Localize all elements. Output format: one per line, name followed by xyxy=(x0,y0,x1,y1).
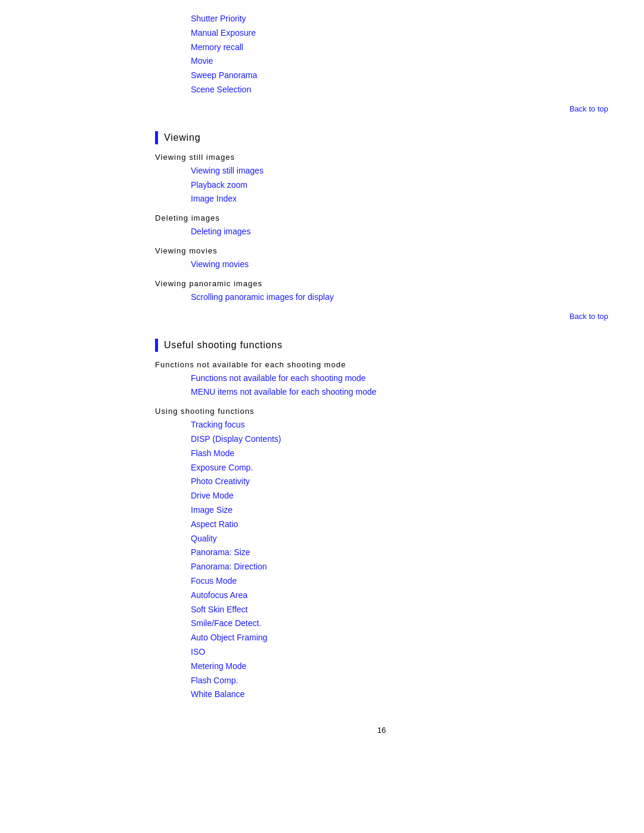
back-to-top-1[interactable]: Back to top xyxy=(155,104,608,113)
link-auto-object-framing[interactable]: Auto Object Framing xyxy=(191,631,608,645)
link-menu-items-not-available[interactable]: MENU items not available for each shooti… xyxy=(191,385,608,400)
functions-not-available-links: Functions not available for each shootin… xyxy=(155,371,608,400)
page-number: 16 xyxy=(155,726,608,735)
using-shooting-functions-links: Tracking focus DISP (Display Contents) F… xyxy=(155,418,608,702)
viewing-panoramic-label: Viewing panoramic images xyxy=(155,279,608,288)
useful-shooting-bar xyxy=(155,339,158,352)
deleting-images-label: Deleting images xyxy=(155,213,608,222)
viewing-bar xyxy=(155,131,158,144)
viewing-panoramic-subsection: Viewing panoramic images Scrolling panor… xyxy=(155,279,608,305)
link-memory-recall[interactable]: Memory recall xyxy=(191,41,608,55)
link-tracking-focus[interactable]: Tracking focus xyxy=(191,418,608,432)
link-smile-face-detect[interactable]: Smile/Face Detect. xyxy=(191,617,608,631)
link-focus-mode[interactable]: Focus Mode xyxy=(191,574,608,589)
viewing-still-subsection: Viewing still images Viewing still image… xyxy=(155,153,608,206)
deleting-images-subsection: Deleting images Deleting images xyxy=(155,213,608,239)
link-disp-display-contents[interactable]: DISP (Display Contents) xyxy=(191,432,608,447)
link-panorama-size[interactable]: Panorama: Size xyxy=(191,546,608,560)
link-photo-creativity[interactable]: Photo Creativity xyxy=(191,475,608,489)
link-viewing-movies[interactable]: Viewing movies xyxy=(191,258,608,272)
link-flash-mode[interactable]: Flash Mode xyxy=(191,447,608,461)
viewing-movies-label: Viewing movies xyxy=(155,246,608,255)
useful-shooting-section: Useful shooting functions Functions not … xyxy=(155,339,608,702)
link-white-balance[interactable]: White Balance xyxy=(191,688,608,702)
viewing-panoramic-links: Scrolling panoramic images for display xyxy=(155,290,608,305)
link-flash-comp[interactable]: Flash Comp. xyxy=(191,674,608,688)
useful-shooting-title: Useful shooting functions xyxy=(164,340,283,351)
link-scrolling-panoramic[interactable]: Scrolling panoramic images for display xyxy=(191,290,608,305)
link-image-size[interactable]: Image Size xyxy=(191,503,608,518)
link-iso[interactable]: ISO xyxy=(191,645,608,659)
using-shooting-functions-subsection: Using shooting functions Tracking focus … xyxy=(155,407,608,702)
link-autofocus-area[interactable]: Autofocus Area xyxy=(191,589,608,603)
viewing-section: Viewing Viewing still images Viewing sti… xyxy=(155,131,608,305)
deleting-images-links: Deleting images xyxy=(155,225,608,239)
link-image-index[interactable]: Image Index xyxy=(191,192,608,206)
link-movie[interactable]: Movie xyxy=(191,54,608,69)
link-viewing-still-images[interactable]: Viewing still images xyxy=(191,164,608,178)
link-manual-exposure[interactable]: Manual Exposure xyxy=(191,26,608,41)
using-shooting-functions-label: Using shooting functions xyxy=(155,407,608,416)
link-shutter-priority[interactable]: Shutter Priority xyxy=(191,12,608,26)
viewing-still-label: Viewing still images xyxy=(155,153,608,162)
link-panorama-direction[interactable]: Panorama: Direction xyxy=(191,560,608,574)
link-metering-mode[interactable]: Metering Mode xyxy=(191,659,608,674)
link-exposure-comp[interactable]: Exposure Comp. xyxy=(191,461,608,475)
link-drive-mode[interactable]: Drive Mode xyxy=(191,489,608,503)
link-soft-skin-effect[interactable]: Soft Skin Effect xyxy=(191,603,608,617)
top-links-indent: Shutter Priority Manual Exposure Memory … xyxy=(155,12,608,97)
useful-shooting-header: Useful shooting functions xyxy=(155,339,608,352)
viewing-title: Viewing xyxy=(164,132,200,143)
page-content: Shutter Priority Manual Exposure Memory … xyxy=(0,0,644,770)
back-to-top-2[interactable]: Back to top xyxy=(155,312,608,321)
viewing-header: Viewing xyxy=(155,131,608,144)
link-sweep-panorama[interactable]: Sweep Panorama xyxy=(191,69,608,83)
top-links-section: Shutter Priority Manual Exposure Memory … xyxy=(155,12,608,97)
link-functions-not-available[interactable]: Functions not available for each shootin… xyxy=(191,371,608,386)
link-aspect-ratio[interactable]: Aspect Ratio xyxy=(191,518,608,532)
link-playback-zoom[interactable]: Playback zoom xyxy=(191,178,608,193)
functions-not-available-label: Functions not available for each shootin… xyxy=(155,360,608,369)
functions-not-available-subsection: Functions not available for each shootin… xyxy=(155,360,608,400)
viewing-movies-subsection: Viewing movies Viewing movies xyxy=(155,246,608,272)
viewing-still-links: Viewing still images Playback zoom Image… xyxy=(155,164,608,206)
viewing-movies-links: Viewing movies xyxy=(155,258,608,272)
link-quality[interactable]: Quality xyxy=(191,532,608,546)
link-deleting-images[interactable]: Deleting images xyxy=(191,225,608,239)
link-scene-selection[interactable]: Scene Selection xyxy=(191,83,608,97)
